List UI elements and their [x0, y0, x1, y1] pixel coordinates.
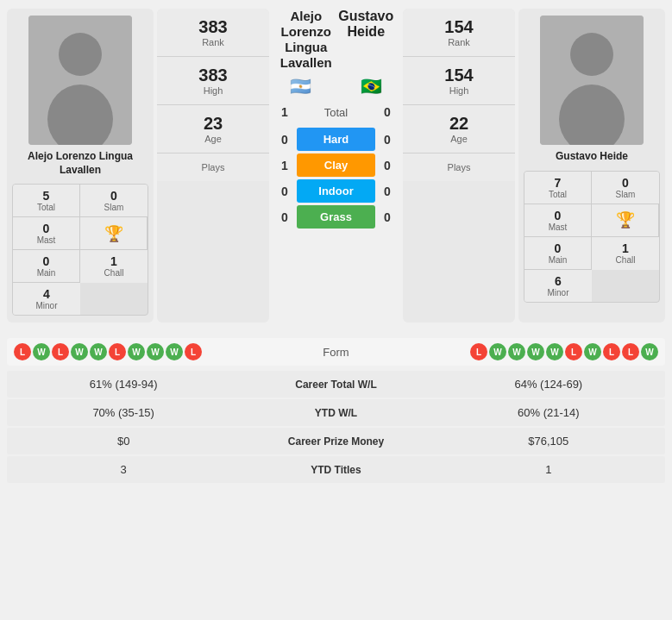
right-mast-cell: 0 Mast — [524, 204, 592, 237]
right-minor-value: 6 — [555, 274, 562, 288]
left-total-label: Total — [37, 203, 55, 212]
indoor-row: 0 Indoor 0 — [273, 179, 399, 203]
right-plays-block: Plays — [403, 153, 515, 181]
left-plays-label: Plays — [202, 162, 225, 172]
form-section: LWLWWLWWWL Form LWWWWLWLLW — [7, 338, 665, 366]
left-main-cell: 0 Main — [13, 250, 80, 283]
left-slam-value: 0 — [110, 189, 117, 203]
left-chall-label: Chall — [104, 268, 124, 278]
left-main-label: Main — [37, 268, 56, 278]
ytd-titles-right: 1 — [443, 463, 655, 476]
left-mast-value: 0 — [43, 222, 50, 235]
right-rank-card: 154 Rank 154 High 22 Age Plays — [403, 9, 515, 323]
left-plays-block: Plays — [157, 153, 269, 181]
right-chall-cell: 1 Chall — [592, 237, 659, 270]
prize-money-row: $0 Career Prize Money $76,105 — [7, 428, 665, 454]
right-total-cell: 7 Total — [524, 172, 592, 204]
grass-left: 0 — [276, 210, 293, 224]
form-badge: W — [641, 343, 658, 360]
career-wl-row: 61% (149-94) Career Total W/L 64% (124-6… — [7, 371, 665, 398]
career-wl-label: Career Total W/L — [229, 379, 442, 391]
flags-row: 🇦🇷 🇧🇷 — [273, 76, 399, 97]
form-badge: W — [508, 343, 525, 360]
clay-button[interactable]: Clay — [297, 153, 375, 177]
right-player-card: Gustavo Heide 7 Total 0 Slam 0 Mast 🏆 — [518, 9, 665, 323]
clay-right: 0 — [379, 159, 396, 172]
ytd-wl-label: YTD W/L — [229, 407, 442, 419]
middle-section: 383 Rank 383 High 23 Age Plays — [157, 9, 515, 323]
left-total-cell: 5 Total — [13, 185, 80, 217]
hard-right: 0 — [379, 133, 396, 147]
prize-label: Career Prize Money — [229, 435, 442, 448]
right-main-label: Main — [549, 255, 568, 265]
right-mast-label: Mast — [549, 222, 568, 232]
ytd-wl-row: 70% (35-15) YTD W/L 60% (21-14) — [7, 399, 665, 426]
form-badge: L — [565, 343, 582, 360]
left-header-name: Alejo Lorenzo Lingua Lavallen — [276, 9, 336, 71]
left-chall-cell: 1 Chall — [80, 250, 148, 283]
left-player-name: Alejo Lorenzo Lingua Lavallen — [12, 150, 148, 177]
left-form-badges: LWLWWLWWWL — [14, 343, 285, 360]
right-total-label: Total — [549, 190, 567, 199]
left-player-card: Alejo Lorenzo Lingua Lavallen 5 Total 0 … — [7, 9, 154, 323]
left-chall-value: 1 — [110, 254, 117, 268]
right-main-cell: 0 Main — [524, 237, 592, 270]
trophy-cell: 🏆 — [80, 217, 148, 250]
form-badge: L — [470, 343, 487, 360]
grass-right: 0 — [379, 210, 396, 224]
clay-left: 1 — [276, 159, 293, 172]
svg-point-1 — [59, 33, 102, 76]
left-minor-cell: 4 Minor — [13, 283, 80, 315]
total-right-score: 0 — [379, 105, 396, 119]
left-minor-label: Minor — [35, 301, 57, 310]
form-badge: W — [527, 343, 544, 360]
career-wl-right: 64% (124-69) — [443, 378, 655, 391]
clay-row: 1 Clay 0 — [273, 153, 399, 177]
right-slam-cell: 0 Slam — [592, 172, 659, 204]
surface-rows: 0 Hard 0 1 Clay 0 0 Indoor 0 — [273, 128, 399, 229]
indoor-button[interactable]: Indoor — [297, 179, 375, 203]
left-main-value: 0 — [43, 254, 50, 268]
form-badge: W — [33, 343, 50, 360]
left-slam-cell: 0 Slam — [80, 185, 148, 217]
left-minor-value: 4 — [43, 287, 50, 301]
right-trophy-cell: 🏆 — [592, 204, 659, 237]
stats-rows: 61% (149-94) Career Total W/L 64% (124-6… — [7, 371, 665, 483]
right-main-value: 0 — [555, 241, 562, 255]
right-slam-label: Slam — [616, 190, 636, 199]
form-badge: W — [90, 343, 107, 360]
left-age-label: Age — [204, 134, 222, 144]
right-minor-label: Minor — [547, 288, 568, 297]
grass-row: 0 Grass 0 — [273, 205, 399, 229]
form-badge: W — [128, 343, 145, 360]
grass-button[interactable]: Grass — [297, 205, 375, 229]
form-badge: L — [109, 343, 126, 360]
left-mast-cell: 0 Mast — [13, 217, 80, 250]
left-rank-card: 383 Rank 383 High 23 Age Plays — [157, 9, 269, 323]
form-badge: W — [489, 343, 506, 360]
right-mast-value: 0 — [555, 209, 562, 222]
right-plays-label: Plays — [448, 162, 471, 172]
ytd-titles-left: 3 — [17, 463, 229, 476]
right-minor-cell: 6 Minor — [524, 270, 592, 302]
ytd-wl-right: 60% (21-14) — [443, 406, 655, 419]
right-header-name: Gustavo Heide — [336, 9, 397, 71]
right-age-label: Age — [450, 134, 468, 144]
left-player-stats: 5 Total 0 Slam 0 Mast 🏆 0 Main — [12, 184, 148, 316]
svg-point-4 — [570, 33, 613, 76]
right-total-value: 7 — [555, 176, 562, 190]
right-trophy-icon: 🏆 — [616, 210, 635, 229]
left-mast-label: Mast — [37, 235, 56, 245]
left-high-label: High — [204, 85, 223, 96]
ytd-titles-row: 3 YTD Titles 1 — [7, 456, 665, 483]
hard-button[interactable]: Hard — [297, 128, 375, 151]
form-badge: W — [546, 343, 563, 360]
form-badge: L — [185, 343, 202, 360]
center-section: Alejo Lorenzo Lingua Lavallen Gustavo He… — [273, 9, 399, 323]
left-rank-label: Rank — [202, 37, 224, 47]
form-badge: L — [622, 343, 639, 360]
prize-left: $0 — [17, 435, 229, 448]
total-row: 1 Total 0 — [273, 105, 399, 119]
form-badge: L — [14, 343, 31, 360]
right-high-value: 154 — [444, 66, 473, 85]
